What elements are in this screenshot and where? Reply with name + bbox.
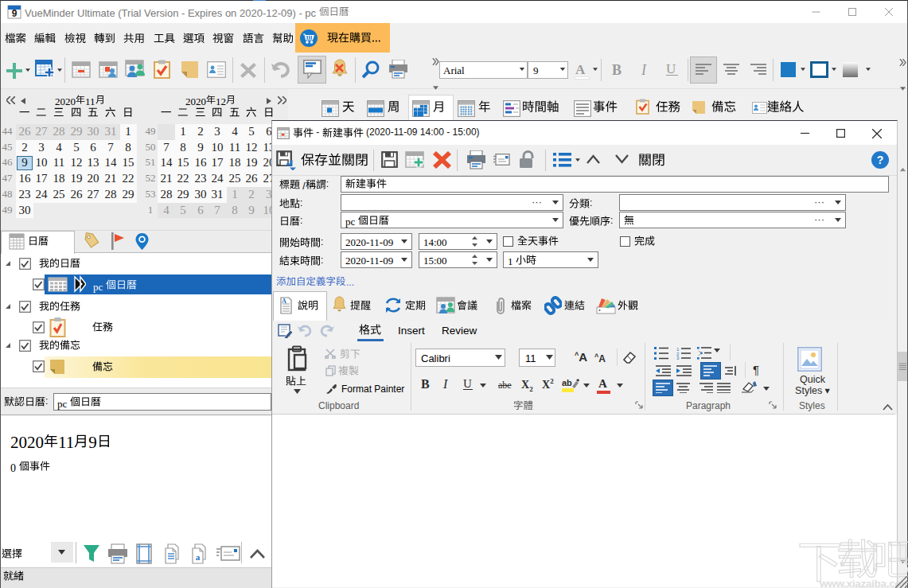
svg-text:3: 3 [676, 356, 680, 360]
svg-text:a: a [196, 552, 201, 562]
svg-text:9: 9 [12, 8, 18, 19]
svg-text:ab: ab [562, 378, 572, 387]
svg-text:A: A [282, 298, 286, 305]
